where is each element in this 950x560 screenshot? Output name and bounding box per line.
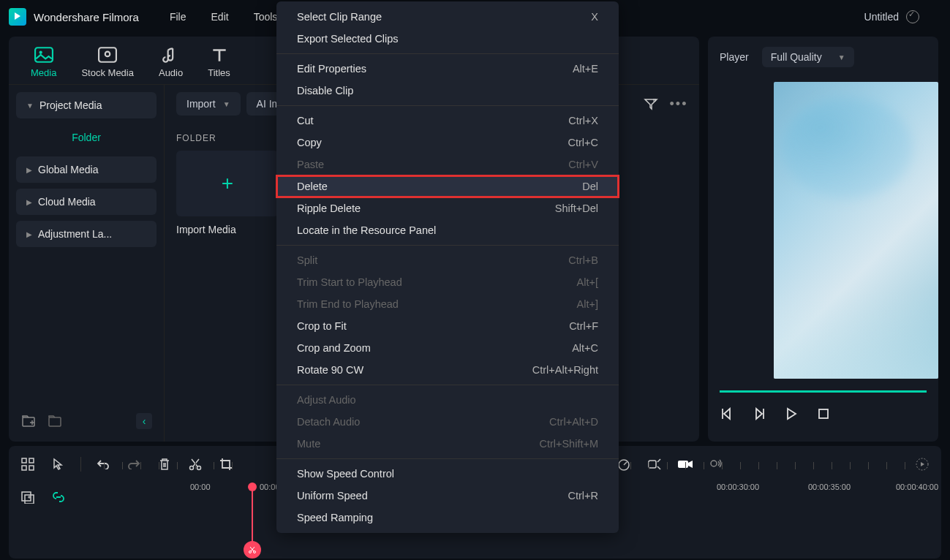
caret-down-icon: ▼ [26, 102, 34, 110]
playhead[interactable] [252, 487, 253, 553]
ctx-copy[interactable]: CopyCtrl+C [276, 132, 619, 154]
chevron-down-icon: ▼ [838, 53, 845, 61]
sidebar-project-media[interactable]: ▼Project Media [16, 92, 157, 118]
ctx-crop-to-fit[interactable]: Crop to FitCtrl+F [276, 315, 619, 337]
context-menu-separator [276, 385, 619, 385]
ctx-item-label: Mute [297, 438, 320, 450]
ctx-cut[interactable]: CutCtrl+X [276, 110, 619, 132]
context-menu-separator [276, 245, 619, 246]
add-track-icon[interactable] [19, 488, 37, 506]
sidebar-folder[interactable]: Folder [16, 124, 157, 151]
ctx-item-label: Ripple Delete [297, 203, 361, 214]
ctx-disable-clip[interactable]: Disable Clip [276, 80, 619, 102]
pointer-icon[interactable] [50, 455, 67, 473]
titles-icon [210, 47, 229, 63]
context-menu-separator [276, 53, 619, 54]
ctx-item-label: Speed Ramping [297, 512, 373, 523]
context-menu-separator [276, 105, 619, 106]
svg-rect-8 [29, 458, 34, 463]
tab-audio[interactable]: Audio [159, 47, 183, 78]
ctx-item-shortcut: Ctrl+X [568, 115, 598, 126]
playhead-cut-icon[interactable] [244, 541, 261, 559]
ctx-rotate-90-cw[interactable]: Rotate 90 CWCtrl+Alt+Right [276, 359, 619, 381]
link-icon[interactable] [50, 488, 67, 506]
sidebar-cloud-media[interactable]: ▶Cloud Media [16, 189, 157, 215]
svg-rect-2 [99, 48, 116, 62]
player-panel: Player Full Quality▼ [708, 37, 938, 442]
next-frame-icon[interactable] [752, 407, 766, 420]
tab-titles[interactable]: Titles [208, 47, 230, 78]
context-menu: Select Clip RangeXExport Selected ClipsE… [276, 1, 619, 533]
ctx-locate-in-the-resource-panel[interactable]: Locate in the Resource Panel [276, 219, 619, 241]
context-menu-separator [276, 458, 619, 459]
ctx-item-shortcut: Alt+[ [577, 276, 598, 288]
ctx-crop-and-zoom[interactable]: Crop and ZoomAlt+C [276, 337, 619, 359]
render-icon[interactable] [913, 455, 931, 473]
undo-icon[interactable] [94, 455, 112, 473]
grid-icon[interactable] [19, 455, 37, 473]
caret-right-icon: ▶ [26, 166, 32, 174]
import-button[interactable]: Import▼ [176, 92, 241, 116]
video-preview[interactable] [774, 82, 938, 379]
prev-frame-icon[interactable] [720, 407, 734, 420]
ctx-edit-properties[interactable]: Edit PropertiesAlt+E [276, 58, 619, 80]
media-icon [34, 47, 53, 63]
ctx-split: SplitCtrl+B [276, 249, 619, 271]
ctx-trim-start-to-playhead: Trim Start to PlayheadAlt+[ [276, 271, 619, 293]
more-icon[interactable]: ••• [670, 95, 687, 113]
ctx-speed-ramping[interactable]: Speed Ramping [276, 507, 619, 529]
tab-media[interactable]: Media [31, 47, 56, 78]
svg-rect-9 [22, 466, 26, 470]
ctx-uniform-speed[interactable]: Uniform SpeedCtrl+R [276, 485, 619, 507]
svg-point-1 [39, 51, 42, 54]
ctx-item-label: Rotate 90 CW [297, 364, 363, 376]
sidebar-global-media[interactable]: ▶Global Media [16, 156, 157, 183]
menu-edit[interactable]: Edit [203, 8, 238, 26]
ctx-ripple-delete[interactable]: Ripple DeleteShift+Del [276, 197, 619, 219]
folder-icon[interactable] [47, 412, 64, 430]
ctx-item-shortcut: Ctrl+Shift+M [539, 438, 598, 450]
audio-icon [162, 47, 181, 63]
separator [80, 457, 81, 472]
ctx-item-label: Crop and Zoom [297, 342, 371, 354]
ctx-item-shortcut: Del [582, 181, 598, 192]
ctx-export-selected-clips[interactable]: Export Selected Clips [276, 28, 619, 50]
play-icon[interactable] [784, 407, 799, 420]
import-media-box[interactable]: + [176, 151, 279, 216]
saved-check-icon [906, 10, 919, 23]
ctx-item-shortcut: Ctrl+Alt+Right [532, 364, 598, 376]
svg-rect-6 [819, 409, 828, 418]
ctx-item-shortcut: Alt+E [573, 63, 598, 75]
tab-stock-media[interactable]: Stock Media [81, 47, 134, 78]
collapse-sidebar-icon[interactable]: ‹ [136, 413, 152, 429]
ctx-select-clip-range[interactable]: Select Clip RangeX [276, 6, 619, 28]
filter-icon[interactable] [642, 95, 660, 113]
ctx-item-label: Locate in the Resource Panel [297, 224, 436, 236]
player-label: Player [720, 51, 749, 63]
stop-icon[interactable] [816, 407, 831, 420]
svg-point-3 [105, 52, 110, 57]
sidebar-adjustment-layer[interactable]: ▶Adjustment La... [16, 221, 157, 247]
player-controls [708, 393, 938, 435]
ctx-item-label: Trim End to Playhead [297, 298, 399, 310]
menu-file[interactable]: File [161, 8, 195, 26]
svg-rect-14 [649, 461, 656, 468]
svg-rect-0 [35, 48, 53, 62]
ctx-item-label: Detach Audio [297, 416, 360, 428]
new-folder-icon[interactable] [20, 412, 38, 430]
quality-select[interactable]: Full Quality▼ [762, 47, 854, 67]
svg-rect-10 [29, 466, 34, 470]
chevron-down-icon: ▼ [223, 100, 230, 108]
svg-rect-7 [22, 458, 26, 463]
ctx-item-shortcut: Ctrl+V [568, 159, 598, 170]
sidebar: ▼Project Media Folder ▶Global Media ▶Clo… [9, 85, 164, 442]
ctx-item-shortcut: X [591, 11, 598, 23]
app-title: Wondershare Filmora [34, 11, 139, 23]
ctx-show-speed-control[interactable]: Show Speed Control [276, 463, 619, 485]
ctx-delete[interactable]: DeleteDel [276, 175, 619, 197]
document-title: Untitled [864, 11, 899, 23]
stock-media-icon [98, 47, 117, 63]
ctx-detach-audio: Detach AudioCtrl+Alt+D [276, 411, 619, 433]
ctx-item-shortcut: Ctrl+Alt+D [549, 416, 598, 428]
ctx-item-label: Paste [297, 159, 324, 170]
